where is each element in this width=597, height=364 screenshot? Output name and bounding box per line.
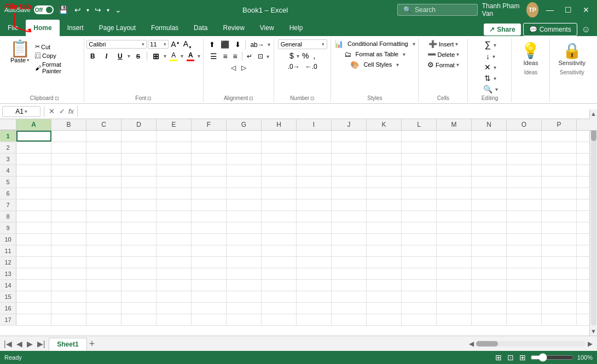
clipboard-group-label[interactable]: Clipboard ⊡ xyxy=(30,95,59,101)
cell-I16[interactable] xyxy=(297,303,332,314)
cell-O1[interactable] xyxy=(507,131,542,142)
cell-M16[interactable] xyxy=(437,303,472,314)
sheet-nav-next[interactable]: ▶ xyxy=(25,339,34,348)
cell-H1[interactable] xyxy=(262,131,297,142)
cell-M5[interactable] xyxy=(437,177,472,187)
cell-B10[interactable] xyxy=(51,234,86,245)
cell-I14[interactable] xyxy=(297,280,332,291)
cell-G10[interactable] xyxy=(227,234,262,245)
cell-B6[interactable] xyxy=(51,188,86,199)
quick-access-dropdown[interactable]: ⌄ xyxy=(113,5,123,14)
cell-G9[interactable] xyxy=(227,222,262,233)
cell-P16[interactable] xyxy=(542,303,577,314)
bold-button[interactable]: B xyxy=(86,51,98,61)
cell-M17[interactable] xyxy=(437,314,472,325)
cell-I11[interactable] xyxy=(297,245,332,256)
cell-M7[interactable] xyxy=(437,199,472,210)
cell-G4[interactable] xyxy=(227,165,262,176)
paste-button[interactable]: 📋 Paste ▾ xyxy=(8,39,32,64)
cell-N9[interactable] xyxy=(472,222,507,233)
share-button[interactable]: ↗ Share xyxy=(484,24,520,36)
styles-group-label[interactable]: Styles xyxy=(367,95,382,101)
cell-E7[interactable] xyxy=(157,199,192,210)
cell-N14[interactable] xyxy=(472,280,507,291)
cell-O11[interactable] xyxy=(507,245,542,256)
cell-N16[interactable] xyxy=(472,303,507,314)
cell-J15[interactable] xyxy=(332,291,367,302)
cell-K9[interactable] xyxy=(367,222,402,233)
cell-E12[interactable] xyxy=(157,257,192,268)
cell-J16[interactable] xyxy=(332,303,367,314)
cell-H17[interactable] xyxy=(262,314,297,325)
cell-C12[interactable] xyxy=(86,257,121,268)
cell-G7[interactable] xyxy=(227,199,262,210)
cell-A6[interactable] xyxy=(16,188,51,199)
cell-D6[interactable] xyxy=(121,188,157,199)
cell-I2[interactable] xyxy=(297,142,332,153)
col-header-E[interactable]: E xyxy=(157,119,192,130)
row-number-5[interactable]: 5 xyxy=(0,177,16,187)
cell-styles-dropdown[interactable]: ▾ xyxy=(396,62,399,68)
cell-A10[interactable] xyxy=(16,234,51,245)
cell-H2[interactable] xyxy=(262,142,297,153)
cell-E6[interactable] xyxy=(157,188,192,199)
cell-D11[interactable] xyxy=(121,245,157,256)
cell-F4[interactable] xyxy=(192,165,227,176)
row-number-4[interactable]: 4 xyxy=(0,165,16,176)
formula-cancel-button[interactable]: ✕ xyxy=(48,107,56,115)
cell-P13[interactable] xyxy=(542,268,577,279)
cell-I15[interactable] xyxy=(297,291,332,302)
cell-H9[interactable] xyxy=(262,222,297,233)
fill-button[interactable]: ↓ xyxy=(484,51,491,61)
cell-B13[interactable] xyxy=(51,268,86,279)
cell-L7[interactable] xyxy=(402,199,437,210)
cell-I3[interactable] xyxy=(297,154,332,165)
cell-C9[interactable] xyxy=(86,222,121,233)
cell-K10[interactable] xyxy=(367,234,402,245)
user-avatar[interactable]: TP xyxy=(526,2,538,17)
strikethrough-button[interactable]: S xyxy=(132,52,144,61)
cell-L8[interactable] xyxy=(402,211,437,222)
format-as-table-dropdown[interactable]: ▾ xyxy=(403,51,405,57)
row-number-11[interactable]: 11 xyxy=(0,245,16,256)
cell-G3[interactable] xyxy=(227,154,262,165)
increase-decimal-button[interactable]: .0→ xyxy=(286,62,302,71)
clear-dropdown[interactable]: ▾ xyxy=(494,64,496,71)
cell-M8[interactable] xyxy=(437,211,472,222)
borders-button[interactable]: ⊞ xyxy=(150,51,162,62)
page-break-view-button[interactable]: ⊞ xyxy=(518,353,527,362)
cell-J10[interactable] xyxy=(332,234,367,245)
cell-I12[interactable] xyxy=(297,257,332,268)
cell-F17[interactable] xyxy=(192,314,227,325)
tab-help[interactable]: Help xyxy=(282,20,311,36)
row-number-15[interactable]: 15 xyxy=(0,291,16,302)
formula-input[interactable] xyxy=(81,107,595,116)
cell-C13[interactable] xyxy=(86,268,121,279)
cell-B4[interactable] xyxy=(51,165,86,176)
tab-insert[interactable]: Insert xyxy=(60,20,91,36)
editing-group-label[interactable]: Editing xyxy=(482,95,499,101)
cell-L4[interactable] xyxy=(402,165,437,176)
cell-B17[interactable] xyxy=(51,314,86,325)
cell-D1[interactable] xyxy=(121,131,157,142)
row-number-1[interactable]: 1 xyxy=(0,131,16,142)
cell-D16[interactable] xyxy=(121,303,157,314)
cell-E15[interactable] xyxy=(157,291,192,302)
cell-J5[interactable] xyxy=(332,177,367,187)
cell-C15[interactable] xyxy=(86,291,121,302)
right-align-button[interactable]: ≡ xyxy=(231,51,240,62)
row-number-6[interactable]: 6 xyxy=(0,188,16,199)
conditional-formatting-button[interactable]: Conditional Formatting xyxy=(344,39,411,48)
col-header-O[interactable]: O xyxy=(507,119,542,130)
cell-J13[interactable] xyxy=(332,268,367,279)
cell-G11[interactable] xyxy=(227,245,262,256)
orientation-button[interactable]: ab→ xyxy=(248,40,266,50)
undo-dropdown[interactable]: ▾ xyxy=(86,7,90,13)
row-number-17[interactable]: 17 xyxy=(0,314,16,325)
cell-H8[interactable] xyxy=(262,211,297,222)
cell-H4[interactable] xyxy=(262,165,297,176)
cell-L1[interactable] xyxy=(402,131,437,142)
tab-formulas[interactable]: Formulas xyxy=(143,20,186,36)
search-input[interactable] xyxy=(415,6,472,14)
font-color-button[interactable]: A xyxy=(185,51,196,62)
